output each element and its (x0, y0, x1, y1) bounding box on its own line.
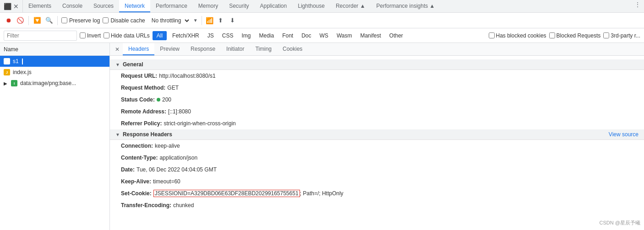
connection-row: Connection: keep-alive (110, 140, 644, 152)
tab-network[interactable]: Network (119, 0, 150, 12)
filter-row: Invert Hide data URLs All Fetch/XHR JS C… (0, 28, 644, 43)
filter-input[interactable] (4, 31, 77, 41)
filter-type-css[interactable]: CSS (219, 32, 236, 40)
dock-icon[interactable]: ⬛ (4, 3, 11, 10)
tab-elements[interactable]: Elements (23, 0, 57, 12)
filter-button[interactable]: 🔽 (33, 16, 42, 25)
expand-arrow-icon: ▶ (4, 81, 7, 86)
throttle-select[interactable]: No throttling (148, 16, 191, 25)
filter-type-fetchxhr[interactable]: Fetch/XHR (169, 32, 202, 40)
request-list-items: H s1 J index.js ▶ I data:image/png;base.… (0, 56, 109, 230)
close-panel-icon[interactable]: ✕ (114, 46, 121, 53)
response-arrow-icon: ▼ (115, 132, 120, 137)
sub-tab-response[interactable]: Response (185, 43, 221, 55)
invert-label[interactable]: Invert (80, 32, 101, 39)
watermark: CSDN @星辰予曦 (600, 219, 640, 226)
upload-button[interactable]: ⬆ (216, 16, 225, 25)
filter-type-all[interactable]: All (153, 31, 167, 40)
sub-tab-timing[interactable]: Timing (250, 43, 277, 55)
item-icon-js: J (4, 69, 10, 75)
request-url-row: Request URL: http://localhost:8080/s1 (110, 70, 644, 82)
item-name-indexjs: index.js (13, 69, 32, 75)
status-green-dot (157, 98, 160, 102)
item-icon-img: I (11, 80, 17, 86)
tab-sources[interactable]: Sources (88, 0, 119, 12)
date-row: Date: Tue, 06 Dec 2022 04:04:05 GMT (110, 164, 644, 176)
tab-console[interactable]: Console (57, 0, 88, 12)
filter-type-wasm[interactable]: Wasm (334, 32, 355, 40)
response-headers-section-header[interactable]: ▼ Response Headers View source (110, 129, 644, 140)
disable-cache-label[interactable]: Disable cache (103, 17, 145, 24)
set-cookie-row: Set-Cookie: JSESSIONID=A329DBD06E63DF28E… (110, 187, 644, 199)
sub-tab-cookies[interactable]: Cookies (277, 43, 308, 55)
tab-memory[interactable]: Memory (193, 0, 224, 12)
filter-type-img[interactable]: Img (239, 32, 253, 40)
preserve-log-checkbox[interactable] (61, 17, 67, 23)
set-cookie-suffix: ; Path=/; HttpOnly (300, 190, 344, 197)
request-item-indexjs[interactable]: J index.js (0, 67, 109, 78)
download-button[interactable]: ⬇ (228, 16, 237, 25)
third-party-label[interactable]: 3rd-party r... (603, 32, 640, 39)
tab-security[interactable]: Security (224, 0, 254, 12)
general-arrow-icon: ▼ (115, 62, 120, 67)
request-list-header: Name (0, 43, 109, 56)
sub-tab-initiator[interactable]: Initiator (221, 43, 250, 55)
sub-tab-headers[interactable]: Headers (123, 43, 154, 55)
filter-type-other[interactable]: Other (387, 32, 406, 40)
has-blocked-cookies-checkbox[interactable] (489, 32, 495, 38)
sub-tab-preview[interactable]: Preview (154, 43, 185, 55)
invert-checkbox[interactable] (80, 32, 86, 38)
item-icon-html: H (4, 58, 10, 64)
set-cookie-value-highlighted: JSESSIONID=A329DBD06E63DF28EBD2029916575… (153, 190, 300, 197)
headers-content: ▼ General Request URL: http://localhost:… (110, 56, 644, 230)
wifi-icon: 📶 (206, 17, 213, 24)
divider-2 (57, 16, 58, 25)
transfer-encoding-row: Transfer-Encoding: chunked (110, 199, 644, 211)
request-item-dataimage[interactable]: ▶ I data:image/png;base... (0, 78, 109, 89)
filter-type-js[interactable]: JS (205, 32, 217, 40)
record-button[interactable]: ⏺ (4, 16, 13, 25)
filter-type-font[interactable]: Font (279, 32, 296, 40)
disable-cache-checkbox[interactable] (103, 17, 109, 23)
request-item-s1[interactable]: H s1 (0, 56, 109, 67)
tab-application[interactable]: Application (255, 0, 293, 12)
hide-data-checkbox[interactable] (104, 32, 109, 38)
filter-type-doc[interactable]: Doc (299, 32, 314, 40)
top-nav: ⬛ ✕ Elements Console Sources Network Per… (0, 0, 644, 13)
blocked-requests-checkbox[interactable] (549, 32, 555, 38)
filter-type-manifest[interactable]: Manifest (357, 32, 383, 40)
tab-performance[interactable]: Performance (150, 0, 193, 12)
item-name-dataimage: data:image/png;base... (20, 80, 76, 86)
filter-type-media[interactable]: Media (256, 32, 277, 40)
more-tools-button[interactable]: ⋮ (633, 0, 642, 9)
filter-type-ws[interactable]: WS (317, 32, 331, 40)
blocked-requests-label[interactable]: Blocked Requests (549, 32, 601, 39)
sub-tabs: ✕ Headers Preview Response Initiator Tim… (110, 43, 644, 56)
search-button[interactable]: 🔍 (44, 16, 54, 25)
general-section-header[interactable]: ▼ General (110, 59, 644, 70)
view-source-link[interactable]: View source (609, 131, 639, 138)
tab-performance-insights[interactable]: Performance insights ▲ (371, 0, 441, 12)
throttle-arrow-icon: ▼ (193, 18, 198, 23)
keep-alive-row: Keep-Alive: timeout=60 (110, 176, 644, 187)
tab-lighthouse[interactable]: Lighthouse (292, 0, 330, 12)
third-party-checkbox[interactable] (603, 32, 609, 38)
tab-recorder[interactable]: Recorder ▲ (330, 0, 371, 12)
divider-3 (202, 16, 202, 25)
network-toolbar: ⏺ 🚫 🔽 🔍 Preserve log Disable cache No th… (0, 13, 644, 28)
close-devtools-icon[interactable]: ✕ (13, 3, 19, 10)
remote-address-row: Remote Address: [::1]:8080 (110, 106, 644, 118)
preserve-log-label[interactable]: Preserve log (61, 17, 100, 24)
divider-1 (28, 16, 29, 25)
clear-button[interactable]: 🚫 (16, 16, 25, 25)
cursor-indicator (22, 59, 23, 64)
request-list: Name H s1 J index.js ▶ I (0, 43, 110, 230)
right-panel: ✕ Headers Preview Response Initiator Tim… (110, 43, 644, 230)
hide-data-urls-label[interactable]: Hide data URLs (104, 32, 150, 39)
main-content: Name H s1 J index.js ▶ I (0, 43, 644, 230)
item-name-s1: s1 (13, 58, 19, 64)
has-blocked-cookies-label[interactable]: Has blocked cookies (489, 32, 546, 39)
devtools-controls: ⬛ ✕ (0, 0, 23, 12)
status-code-row: Status Code: 200 (110, 94, 644, 106)
content-type-row: Content-Type: application/json (110, 152, 644, 164)
